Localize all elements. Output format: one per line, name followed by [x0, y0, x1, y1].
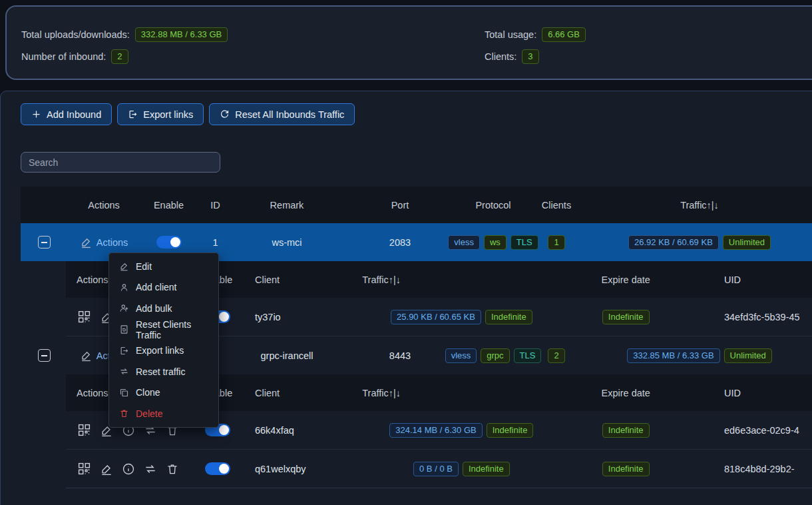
reset-all-inbounds-traffic-button[interactable]: Reset All Inbounds Traffic [209, 103, 355, 125]
qr-code-icon[interactable] [77, 462, 91, 476]
client-uid: 34efd3fc-5b39-45 [691, 312, 812, 322]
header-id: ID [197, 200, 234, 211]
header-expire-date: Expire date [560, 274, 691, 285]
inbounds-table-header: Actions Enable ID Remark Port Protocol C… [21, 187, 812, 223]
menu-item-clone[interactable]: Clone [109, 382, 218, 404]
header-traffic-sort[interactable]: Traffic↑|↓ [362, 388, 560, 398]
add-inbound-label: Add Inbound [47, 109, 101, 120]
client-traffic-limit-tag: Indefinite [487, 423, 534, 438]
number-of-inbound-label: Number of inbound: [21, 51, 106, 62]
reset-all-inbounds-traffic-label: Reset All Inbounds Traffic [235, 109, 344, 120]
menu-item-delete[interactable]: Delete [109, 403, 218, 424]
header-remark: Remark [234, 200, 340, 211]
header-traffic-sort[interactable]: Traffic↑|↓ [586, 200, 812, 211]
traffic-limit-tag: Unlimited [724, 348, 772, 363]
row-actions-dropdown-menu: Edit Add client Add bulk Reset Clients T… [108, 252, 219, 428]
menu-item-reset-clients-traffic[interactable]: Reset Clients Traffic [109, 319, 218, 340]
client-enable-toggle[interactable] [205, 462, 230, 475]
menu-item-label: Delete [136, 408, 162, 419]
number-of-inbound-value: 2 [111, 49, 128, 64]
client-count-tag: 1 [548, 235, 564, 250]
reset-client-traffic-icon[interactable] [144, 462, 157, 476]
header-clients: Clients [526, 200, 586, 211]
client-name: 66k4xfaq [252, 425, 362, 436]
transport-tag: ws [484, 235, 507, 250]
client-uid: 818c4b8d-29b2- [691, 464, 812, 474]
row-actions-dropdown-trigger[interactable]: Actions [97, 237, 128, 248]
client-traffic-tag: 324.14 MB / 6.30 GB [389, 423, 482, 438]
protocol-tag: vless [445, 348, 477, 363]
client-traffic-tag: 0 B / 0 B [413, 462, 459, 476]
clients-value: 3 [522, 49, 538, 64]
plus-icon [31, 109, 41, 119]
edit-client-icon[interactable] [100, 462, 113, 476]
clone-icon [119, 388, 129, 398]
reset-clients-traffic-icon [119, 324, 129, 334]
reset-traffic-icon [119, 366, 129, 376]
inbound-port: 2083 [340, 237, 460, 248]
header-port: Port [340, 200, 460, 211]
export-links-button[interactable]: Export links [117, 103, 204, 125]
toolbar: Add Inbound Export links Reset All Inbou… [21, 103, 812, 125]
search-input[interactable] [21, 152, 220, 173]
collapse-row-button[interactable] [38, 349, 51, 362]
menu-item-edit[interactable]: Edit [109, 256, 218, 277]
header-client: Client [252, 388, 362, 398]
header-protocol: Protocol [460, 200, 526, 211]
client-name: ty37io [252, 312, 362, 322]
qr-code-icon[interactable] [77, 310, 91, 324]
traffic-tag: 332.85 MB / 6.33 GB [627, 348, 719, 363]
header-expire-date: Expire date [560, 388, 691, 398]
header-traffic-sort[interactable]: Traffic↑|↓ [362, 274, 560, 285]
menu-item-label: Reset traffic [136, 366, 185, 377]
protocol-tag: vless [448, 235, 480, 250]
inbound-remark: grpc-irancell [234, 350, 340, 361]
traffic-tag: 26.92 KB / 60.69 KB [628, 235, 719, 250]
menu-item-add-bulk[interactable]: Add bulk [109, 298, 218, 319]
export-links-icon [119, 346, 129, 356]
menu-item-add-client[interactable]: Add client [109, 277, 218, 298]
menu-item-label: Clone [136, 387, 160, 398]
header-actions: Actions [67, 200, 140, 211]
total-uploads-downloads-value: 332.88 MB / 6.33 GB [135, 27, 228, 42]
client-row-q61welxqby: q61welxqby 0 B / 0 B Indefinite Indefini… [66, 450, 812, 488]
add-bulk-icon [119, 303, 129, 313]
delete-icon [119, 408, 129, 418]
header-uid: UID [691, 388, 812, 398]
qr-code-icon[interactable] [77, 423, 91, 437]
client-expire-tag: Indefinite [602, 310, 650, 324]
add-client-icon [119, 282, 129, 292]
menu-item-label: Export links [136, 345, 184, 356]
total-uploads-downloads-label: Total uploads/downloads: [21, 29, 130, 40]
reload-icon [220, 109, 230, 119]
inbound-remark: ws-mci [234, 237, 340, 248]
total-usage-value: 6.66 GB [542, 27, 586, 42]
client-expire-tag: Indefinite [602, 423, 650, 438]
enable-toggle[interactable] [156, 236, 182, 249]
delete-client-icon[interactable] [166, 462, 179, 476]
menu-item-label: Edit [136, 261, 152, 272]
client-traffic-limit-tag: Indefinite [463, 462, 510, 476]
client-uid: ed6e3ace-02c9-4 [691, 425, 812, 436]
client-info-icon[interactable] [122, 462, 135, 476]
client-traffic-limit-tag: Indefinite [485, 310, 532, 324]
clients-label: Clients: [485, 51, 516, 62]
menu-item-export-links[interactable]: Export links [109, 340, 218, 361]
header-enable: Enable [140, 200, 197, 211]
total-usage-label: Total usage: [485, 29, 536, 40]
collapse-row-button[interactable] [38, 236, 51, 249]
menu-item-reset-traffic[interactable]: Reset traffic [109, 361, 218, 382]
inbound-id: 1 [197, 237, 234, 248]
menu-item-label: Reset Clients Traffic [136, 319, 212, 340]
transport-tag: grpc [481, 348, 509, 363]
traffic-limit-tag: Unlimited [723, 235, 771, 250]
inbound-port: 8443 [340, 350, 460, 361]
menu-item-label: Add client [136, 282, 176, 292]
client-expire-tag: Indefinite [602, 462, 650, 476]
export-icon [128, 109, 138, 119]
edit-pencil-icon [80, 236, 93, 249]
edit-icon [119, 261, 129, 271]
add-inbound-button[interactable]: Add Inbound [21, 103, 112, 125]
menu-item-label: Add bulk [136, 303, 172, 314]
edit-pencil-icon [80, 349, 93, 362]
